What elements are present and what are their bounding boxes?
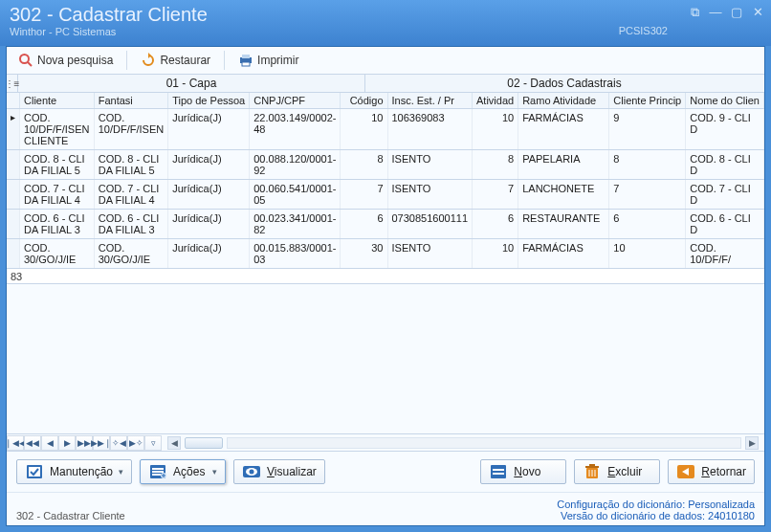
cell-nome[interactable]: COD. 8 - CLI D: [686, 150, 764, 180]
cell-codigo[interactable]: 6: [341, 210, 387, 239]
visualizar-button[interactable]: Visualizar: [233, 459, 325, 484]
cell-fantasia[interactable]: COD. 6 - CLI DA FILIAL 3: [94, 210, 167, 239]
cell-cliente[interactable]: COD. 8 - CLI DA FILIAL 5: [20, 150, 95, 180]
cell-cnpj[interactable]: 22.003.149/0002-48: [250, 109, 341, 150]
table-row[interactable]: COD. 30/GO/J/IECOD. 30/GO/J/IEJurídica(J…: [7, 239, 764, 269]
col-cnpj-cpf[interactable]: CNPJ/CPF: [250, 93, 341, 109]
manutencao-button[interactable]: Manutenção ▾: [16, 459, 132, 484]
nav-first-icon[interactable]: ❘◀◀: [7, 435, 24, 451]
cell-nome[interactable]: COD. 6 - CLI D: [686, 210, 764, 239]
nav-last-icon[interactable]: ▶▶❘: [93, 435, 110, 451]
nav-prev-icon[interactable]: ◀: [41, 435, 58, 451]
table-row[interactable]: COD. 7 - CLI DA FILIAL 4COD. 7 - CLI DA …: [7, 180, 764, 210]
col-atividade[interactable]: Atividad: [473, 93, 518, 109]
col-ramo[interactable]: Ramo Atividade: [518, 93, 609, 109]
col-tipo-pessoa[interactable]: Tipo de Pessoa: [168, 93, 250, 109]
cell-princ[interactable]: 9: [609, 109, 686, 150]
table-row[interactable]: ▸COD. 10/DF/F/ISEN CLIENTECOD. 10/DF/F/I…: [7, 109, 764, 150]
scroll-left-icon[interactable]: ◀: [167, 436, 181, 450]
data-grid[interactable]: Cliente Fantasi Tipo de Pessoa CNPJ/CPF …: [7, 93, 764, 269]
cell-atividade[interactable]: 10: [473, 239, 518, 269]
cell-codigo[interactable]: 7: [341, 180, 387, 210]
column-chooser-icon[interactable]: ⋮≡: [7, 75, 18, 92]
cell-ramo[interactable]: FARMÁCIAS: [518, 109, 609, 150]
restaurar-button[interactable]: Restaurar: [135, 51, 216, 70]
col-cliente[interactable]: Cliente: [20, 93, 95, 109]
cell-tipo[interactable]: Jurídica(J): [168, 239, 250, 269]
scroll-right-icon[interactable]: ▶: [745, 436, 759, 450]
cell-insc[interactable]: 106369083: [387, 109, 473, 150]
col-nome-cliente[interactable]: Nome do Clien: [686, 93, 764, 109]
novo-button[interactable]: Novo: [480, 459, 566, 484]
col-fantasia[interactable]: Fantasi: [94, 93, 167, 109]
cell-cliente[interactable]: COD. 6 - CLI DA FILIAL 3: [20, 210, 95, 239]
scroll-thumb[interactable]: [185, 437, 223, 449]
cell-codigo[interactable]: 30: [341, 239, 387, 269]
close-icon[interactable]: ✕: [750, 6, 765, 19]
category-dados[interactable]: 02 - Dados Cadastrais: [365, 75, 763, 92]
top-toolbar: Nova pesquisa Restaurar Imprimir: [7, 47, 764, 75]
nav-bookmark-icon[interactable]: ✧◀: [110, 435, 127, 451]
cell-fantasia[interactable]: COD. 7 - CLI DA FILIAL 4: [94, 180, 167, 210]
cell-tipo[interactable]: Jurídica(J): [168, 150, 250, 180]
cell-fantasia[interactable]: COD. 10/DF/F/ISEN: [94, 109, 167, 150]
dropdown-icon[interactable]: ▾: [119, 467, 123, 477]
cell-nome[interactable]: COD. 10/DF/F/: [686, 239, 764, 269]
col-cliente-princ[interactable]: Cliente Princip: [609, 93, 686, 109]
cell-insc[interactable]: ISENTO: [387, 180, 473, 210]
cell-ramo[interactable]: RESTAURANTE: [518, 210, 609, 239]
nav-bookmark2-icon[interactable]: ▶✧: [127, 435, 144, 451]
nav-prev-page-icon[interactable]: ◀◀: [24, 435, 41, 451]
cell-insc[interactable]: 0730851600111: [387, 210, 473, 239]
cell-princ[interactable]: 10: [609, 239, 686, 269]
minimize-icon[interactable]: —: [708, 6, 723, 19]
scroll-track[interactable]: [227, 437, 741, 449]
cell-insc[interactable]: ISENTO: [387, 150, 473, 180]
cell-princ[interactable]: 8: [609, 150, 686, 180]
cell-codigo[interactable]: 10: [341, 109, 387, 150]
col-codigo[interactable]: Código: [341, 93, 387, 109]
cell-cnpj[interactable]: 00.023.341/0001-82: [250, 210, 341, 239]
imprimir-button[interactable]: Imprimir: [232, 51, 304, 70]
cell-atividade[interactable]: 7: [473, 180, 518, 210]
col-insc-est[interactable]: Insc. Est. / Pr: [387, 93, 473, 109]
cell-cliente[interactable]: COD. 7 - CLI DA FILIAL 4: [20, 180, 95, 210]
cell-atividade[interactable]: 8: [473, 150, 518, 180]
cell-cnpj[interactable]: 00.015.883/0001-03: [250, 239, 341, 269]
category-capa[interactable]: 01 - Capa: [18, 75, 365, 92]
acoes-button[interactable]: Ações ▾: [140, 459, 226, 484]
nav-filter-icon[interactable]: ▿: [144, 435, 162, 451]
excluir-button[interactable]: Excluir: [574, 459, 660, 484]
cell-nome[interactable]: COD. 9 - CLI D: [686, 109, 764, 150]
cell-nome[interactable]: COD. 7 - CLI D: [686, 180, 764, 210]
maximize-icon[interactable]: ▢: [729, 6, 744, 19]
cell-fantasia[interactable]: COD. 30/GO/J/IE: [94, 239, 167, 269]
cell-insc[interactable]: ISENTO: [387, 239, 473, 269]
cell-tipo[interactable]: Jurídica(J): [168, 180, 250, 210]
cell-atividade[interactable]: 10: [473, 109, 518, 150]
cell-atividade[interactable]: 6: [473, 210, 518, 239]
table-row[interactable]: COD. 8 - CLI DA FILIAL 5COD. 8 - CLI DA …: [7, 150, 764, 180]
cell-ramo[interactable]: FARMÁCIAS: [518, 239, 609, 269]
cell-ramo[interactable]: PAPELARIA: [518, 150, 609, 180]
retornar-button[interactable]: Retornar: [668, 459, 755, 484]
cell-fantasia[interactable]: COD. 8 - CLI DA FILIAL 5: [94, 150, 167, 180]
cell-cnpj[interactable]: 00.088.120/0001-92: [250, 150, 341, 180]
nav-next-icon[interactable]: ▶: [58, 435, 76, 451]
manutencao-label: Manutenção: [50, 465, 113, 478]
excluir-label: Excluir: [607, 465, 642, 478]
cell-princ[interactable]: 6: [609, 210, 686, 239]
nova-pesquisa-button[interactable]: Nova pesquisa: [12, 51, 119, 70]
cell-cliente[interactable]: COD. 30/GO/J/IE: [20, 239, 95, 269]
restore-down-icon[interactable]: ⧉: [687, 6, 702, 19]
dropdown-icon[interactable]: ▾: [212, 467, 217, 477]
cell-tipo[interactable]: Jurídica(J): [168, 109, 250, 150]
cell-cliente[interactable]: COD. 10/DF/F/ISEN CLIENTE: [20, 109, 95, 150]
cell-ramo[interactable]: LANCHONETE: [518, 180, 609, 210]
horizontal-scrollbar[interactable]: ◀ ▶: [162, 436, 764, 450]
table-row[interactable]: COD. 6 - CLI DA FILIAL 3COD. 6 - CLI DA …: [7, 210, 764, 239]
cell-tipo[interactable]: Jurídica(J): [168, 210, 250, 239]
cell-cnpj[interactable]: 00.060.541/0001-05: [250, 180, 341, 210]
cell-codigo[interactable]: 8: [341, 150, 387, 180]
cell-princ[interactable]: 7: [609, 180, 686, 210]
